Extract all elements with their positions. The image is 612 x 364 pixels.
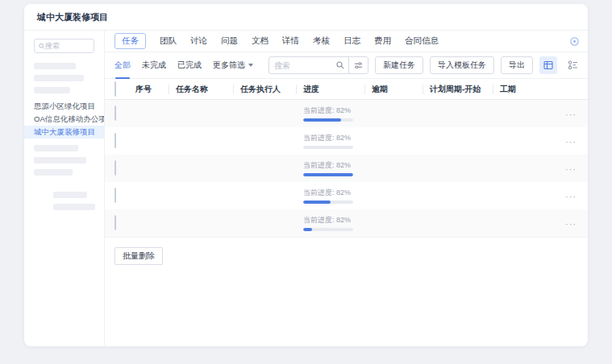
- filter-completed[interactable]: 已完成: [177, 60, 202, 71]
- window-titlebar: 城中大厦装修项目: [24, 4, 588, 31]
- filter-incomplete[interactable]: 未完成: [142, 60, 166, 71]
- batch-delete-button[interactable]: 批量删除: [114, 247, 163, 265]
- tab-tasks[interactable]: 任务: [114, 33, 146, 49]
- table-row[interactable]: 当前进度: 82% ···: [105, 209, 588, 237]
- tab-team[interactable]: 团队: [160, 35, 177, 47]
- row-menu-button[interactable]: ···: [565, 192, 580, 201]
- table-row[interactable]: 当前进度: 82% ···: [105, 100, 588, 127]
- new-task-button[interactable]: 新建任务: [375, 56, 423, 74]
- sidebar-skeleton: [34, 63, 76, 69]
- row-menu-button[interactable]: ···: [565, 110, 580, 119]
- tab-discussion[interactable]: 讨论: [190, 35, 207, 47]
- page-title: 城中大厦装修项目: [37, 11, 108, 23]
- list-settings-icon: [568, 60, 578, 70]
- column-header-duration: 工期: [500, 84, 553, 95]
- more-filters-dropdown[interactable]: 更多筛选: [213, 60, 253, 71]
- column-header-number: 序号: [135, 84, 176, 95]
- import-template-task-button[interactable]: 导入模板任务: [430, 56, 494, 74]
- progress-label: 当前进度: 82%: [303, 215, 372, 225]
- table-row[interactable]: 当前进度: 82% ···: [105, 127, 588, 155]
- row-menu-button[interactable]: ···: [565, 164, 580, 174]
- filter-sliders-icon: [354, 61, 363, 69]
- target-circle-icon[interactable]: [569, 36, 580, 47]
- sidebar-search-input[interactable]: [45, 42, 90, 50]
- search-icon: [39, 43, 45, 50]
- progress-bar: [303, 173, 353, 176]
- chevron-down-icon: [248, 64, 253, 67]
- filter-toolbar: 全部 未完成 已完成 更多筛选: [105, 52, 588, 79]
- tab-contract-info[interactable]: 合同信息: [405, 35, 439, 47]
- filter-all[interactable]: 全部: [114, 60, 131, 71]
- table-view-button[interactable]: [539, 56, 557, 74]
- tab-logs[interactable]: 日志: [343, 35, 360, 47]
- progress-bar: [303, 146, 353, 149]
- column-settings-button[interactable]: [564, 56, 581, 74]
- progress-label: 当前进度: 82%: [303, 188, 372, 198]
- table-row[interactable]: 当前进度: 82% ···: [105, 182, 588, 209]
- task-search: [269, 56, 368, 74]
- table-header: 序号 任务名称 任务执行人 进度 逾期 计划周期-开始 工期: [105, 79, 588, 100]
- tab-issues[interactable]: 问题: [221, 35, 238, 47]
- row-checkbox[interactable]: [114, 133, 116, 148]
- task-table-body: 当前进度: 82% ··· 当前进度: 82%: [105, 100, 588, 238]
- sidebar-skeleton: [53, 204, 95, 210]
- progress-bar: [303, 201, 353, 204]
- column-header-task-name: 任务名称: [176, 84, 240, 95]
- sidebar-skeleton: [34, 145, 78, 151]
- row-checkbox[interactable]: [114, 188, 116, 203]
- row-checkbox[interactable]: [114, 160, 116, 176]
- progress-label: 当前进度: 82%: [303, 133, 372, 143]
- progress-bar: [303, 118, 353, 122]
- column-header-overdue: 逾期: [372, 84, 430, 95]
- select-all-checkbox[interactable]: [114, 81, 116, 97]
- export-button[interactable]: 导出: [501, 56, 533, 74]
- progress-bar: [303, 228, 353, 231]
- module-tabbar: 任务 团队 讨论 问题 文档 详情 考核 日志 费用 合同信息: [105, 31, 588, 52]
- sidebar-search[interactable]: [34, 39, 94, 53]
- tab-details[interactable]: 详情: [282, 35, 299, 47]
- project-sidebar: 思源小区绿化项目 OA信息化移动办公项目 城中大厦装修项目: [24, 31, 105, 345]
- column-header-plan-period: 计划周期-开始: [430, 84, 500, 95]
- sidebar-skeleton: [53, 192, 87, 198]
- tab-documents[interactable]: 文档: [252, 35, 269, 47]
- tab-assessment[interactable]: 考核: [313, 35, 330, 47]
- column-header-executor: 任务执行人: [240, 84, 303, 95]
- sidebar-item-project-3-active[interactable]: 城中大厦装修项目: [24, 126, 104, 139]
- sidebar-skeleton: [34, 157, 86, 163]
- tab-costs[interactable]: 费用: [374, 35, 391, 47]
- table-columns-icon: [543, 60, 553, 70]
- row-checkbox[interactable]: [114, 105, 116, 121]
- task-search-input[interactable]: [269, 61, 332, 70]
- row-menu-button[interactable]: ···: [565, 137, 580, 147]
- sidebar-skeleton: [34, 169, 73, 176]
- sidebar-item-project-2[interactable]: OA信息化移动办公项目: [24, 113, 104, 126]
- progress-label: 当前进度: 82%: [303, 105, 372, 116]
- sidebar-skeleton: [34, 75, 84, 81]
- row-menu-button[interactable]: ···: [565, 219, 580, 229]
- advanced-search-button[interactable]: [348, 57, 368, 73]
- table-row[interactable]: 当前进度: 82% ···: [105, 155, 588, 182]
- sidebar-skeleton: [34, 87, 70, 93]
- progress-label: 当前进度: 82%: [303, 160, 372, 171]
- row-checkbox[interactable]: [114, 215, 116, 230]
- search-icon[interactable]: [332, 61, 348, 69]
- project-window: 城中大厦装修项目 思源小区绿化项目 OA信息化移动办公项目 城中大厦装修项目: [24, 4, 588, 346]
- sidebar-item-project-1[interactable]: 思源小区绿化项目: [24, 100, 104, 113]
- column-header-progress: 进度: [303, 84, 372, 95]
